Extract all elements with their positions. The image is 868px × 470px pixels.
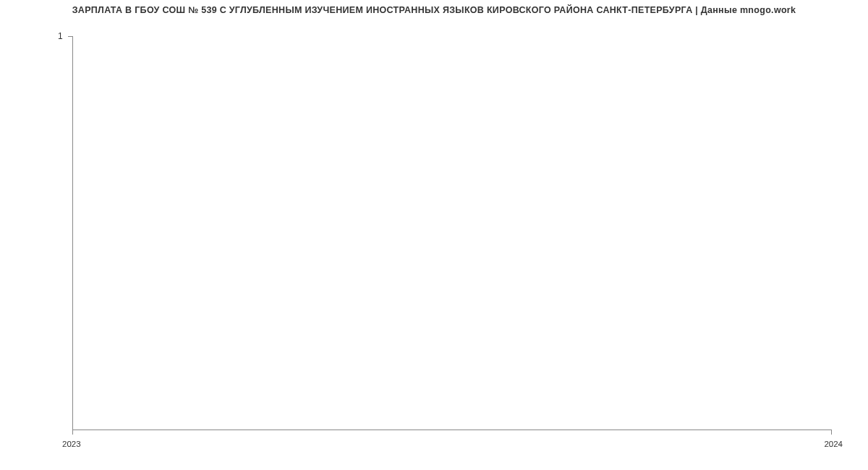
plot-area: [72, 36, 832, 430]
x-tick-mark-left: [72, 430, 73, 435]
x-tick-mark-right: [831, 430, 832, 435]
y-tick-1: 1: [58, 31, 63, 41]
chart-title: ЗАРПЛАТА В ГБОУ СОШ № 539 С УГЛУБЛЕННЫМ …: [0, 5, 868, 15]
chart-container: ЗАРПЛАТА В ГБОУ СОШ № 539 С УГЛУБЛЕННЫМ …: [0, 0, 868, 470]
x-axis-label-right: 2024: [824, 440, 843, 448]
x-axis-label-left: 2023: [62, 440, 81, 448]
